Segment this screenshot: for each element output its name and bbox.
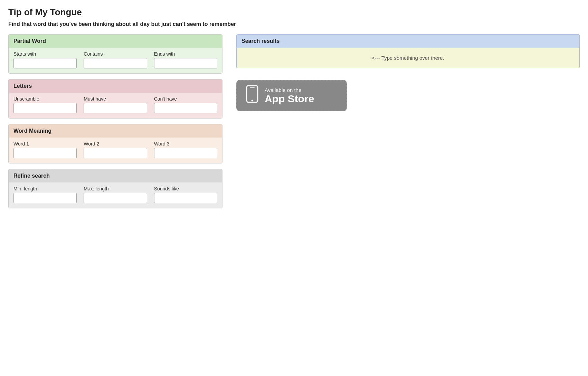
word2-label: Word 2 (84, 141, 147, 147)
word3-input[interactable] (154, 148, 217, 158)
unscramble-input[interactable] (13, 103, 77, 113)
refine-fields: Min. length Max. length Sounds like (13, 186, 217, 203)
right-column: Search results <--- Type something over … (236, 34, 580, 111)
word-meaning-header: Word Meaning (9, 124, 222, 138)
refine-search-section: Refine search Min. length Max. length So… (8, 169, 222, 208)
letters-header: Letters (9, 79, 222, 93)
word-meaning-body: Word 1 Word 2 Word 3 (9, 138, 222, 163)
word-meaning-section: Word Meaning Word 1 Word 2 Word 3 (8, 124, 222, 163)
max-length-group: Max. length (84, 186, 147, 203)
search-results-header: Search results (236, 34, 580, 48)
starts-with-input[interactable] (13, 58, 77, 68)
contains-label: Contains (84, 51, 147, 57)
contains-input[interactable] (84, 58, 147, 68)
sounds-like-group: Sounds like (154, 186, 217, 203)
min-length-group: Min. length (13, 186, 77, 203)
word3-label: Word 3 (154, 141, 217, 147)
min-length-label: Min. length (13, 186, 77, 191)
max-length-label: Max. length (84, 186, 147, 191)
sounds-like-label: Sounds like (154, 186, 217, 191)
must-have-input[interactable] (84, 103, 147, 113)
contains-group: Contains (84, 51, 147, 68)
unscramble-group: Unscramble (13, 96, 77, 113)
word2-input[interactable] (84, 148, 147, 158)
available-text: Available on the (265, 87, 301, 93)
cant-have-group: Can't have (154, 96, 217, 113)
must-have-group: Must have (84, 96, 147, 113)
partial-word-fields: Starts with Contains Ends with (13, 51, 217, 68)
ends-with-label: Ends with (154, 51, 217, 57)
app-store-button[interactable]: Available on the App Store (236, 80, 347, 111)
max-length-input[interactable] (84, 193, 147, 203)
word3-group: Word 3 (154, 141, 217, 158)
search-results-body: <--- Type something over there. (236, 48, 580, 68)
cant-have-label: Can't have (154, 96, 217, 102)
partial-word-section: Partial Word Starts with Contains Ends w… (8, 34, 222, 74)
word1-group: Word 1 (13, 141, 77, 158)
starts-with-label: Starts with (13, 51, 77, 57)
must-have-label: Must have (84, 96, 147, 102)
app-store-wrapper: Available on the App Store (236, 80, 580, 111)
main-layout: Partial Word Starts with Contains Ends w… (8, 34, 580, 208)
refine-search-body: Min. length Max. length Sounds like (9, 182, 222, 208)
svg-rect-1 (250, 87, 255, 88)
left-column: Partial Word Starts with Contains Ends w… (8, 34, 222, 208)
refine-search-header: Refine search (9, 169, 222, 182)
partial-word-header: Partial Word (9, 35, 222, 48)
svg-point-2 (252, 100, 253, 102)
search-results-placeholder: <--- Type something over there. (372, 55, 444, 61)
unscramble-label: Unscramble (13, 96, 77, 102)
word1-label: Word 1 (13, 141, 77, 147)
starts-with-group: Starts with (13, 51, 77, 68)
letters-fields: Unscramble Must have Can't have (13, 96, 217, 113)
app-store-text: Available on the App Store (265, 87, 314, 104)
cant-have-input[interactable] (154, 103, 217, 113)
ends-with-group: Ends with (154, 51, 217, 68)
ends-with-input[interactable] (154, 58, 217, 68)
letters-body: Unscramble Must have Can't have (9, 93, 222, 118)
partial-word-body: Starts with Contains Ends with (9, 48, 222, 73)
letters-section: Letters Unscramble Must have Can't have (8, 79, 222, 119)
page-title: Tip of My Tongue (8, 7, 580, 18)
min-length-input[interactable] (13, 193, 77, 203)
page-subtitle: Find that word that you've been thinking… (8, 21, 580, 27)
sounds-like-input[interactable] (154, 193, 217, 203)
phone-icon (245, 85, 259, 106)
word1-input[interactable] (13, 148, 77, 158)
word2-group: Word 2 (84, 141, 147, 158)
word-meaning-fields: Word 1 Word 2 Word 3 (13, 141, 217, 158)
store-text: App Store (265, 93, 314, 104)
